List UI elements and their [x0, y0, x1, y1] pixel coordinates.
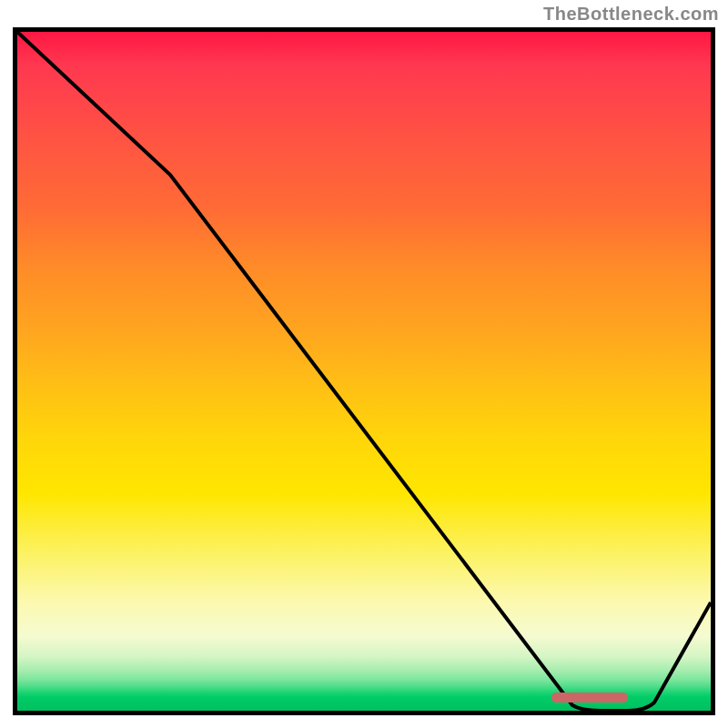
bottleneck-curve: [17, 32, 711, 711]
plot-area: [13, 27, 715, 715]
watermark-text: TheBottleneck.com: [543, 4, 719, 25]
optimal-range-marker: [551, 693, 628, 703]
chart-container: TheBottleneck.com: [0, 0, 728, 728]
